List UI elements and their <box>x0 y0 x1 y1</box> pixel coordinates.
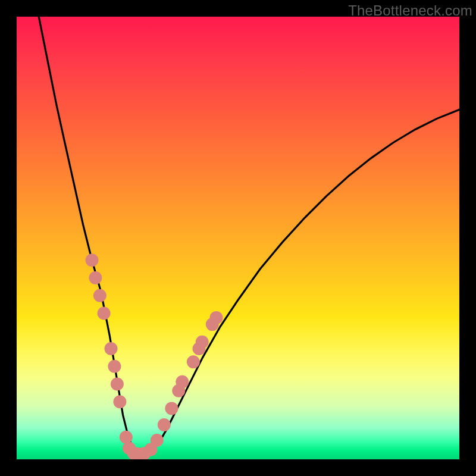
data-point <box>151 434 164 447</box>
data-point <box>89 271 102 284</box>
data-point <box>93 289 107 302</box>
data-point <box>210 311 223 324</box>
data-point <box>105 342 118 355</box>
chart-svg <box>17 17 459 459</box>
data-point <box>176 375 189 389</box>
data-point <box>98 307 111 320</box>
data-point <box>187 355 200 368</box>
data-point <box>165 402 178 415</box>
chart-area <box>17 17 459 459</box>
data-point <box>113 395 126 408</box>
data-point <box>120 431 133 444</box>
watermark-text: TheBottleneck.com <box>348 2 472 19</box>
data-point <box>108 360 121 373</box>
data-point <box>196 336 209 349</box>
data-point <box>111 378 124 391</box>
bottleneck-curve <box>39 17 459 454</box>
data-point <box>86 253 99 267</box>
data-point <box>158 418 171 431</box>
